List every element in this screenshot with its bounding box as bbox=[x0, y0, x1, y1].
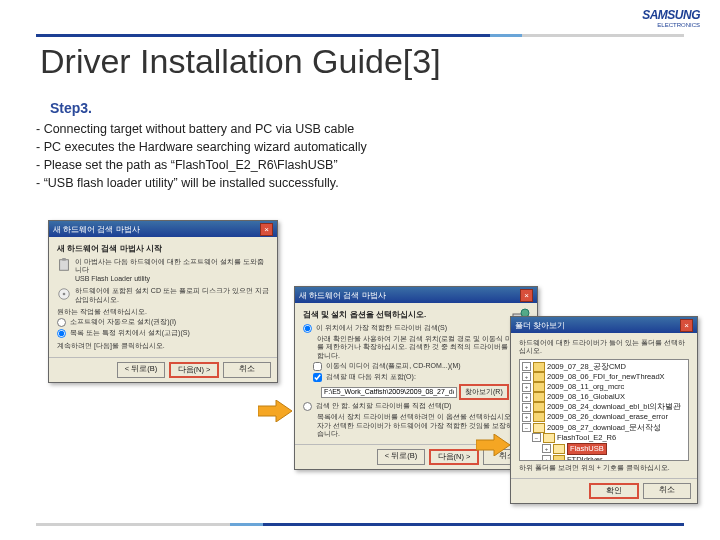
svg-rect-1 bbox=[62, 258, 66, 261]
page-title: Driver Installation Guide[3] bbox=[40, 42, 441, 81]
tree-item: −FlashTool_E2_R6 bbox=[532, 433, 686, 443]
svg-marker-7 bbox=[476, 434, 510, 456]
cancel-button[interactable]: 취소 bbox=[223, 362, 271, 378]
radio-list-location[interactable]: 목록 또는 특정 위치에서 설치(고급)(S) bbox=[57, 329, 269, 338]
prompt-text: 원하는 작업을 선택하십시오. bbox=[57, 308, 269, 316]
bullet-item: “USB flash loader utility” will be insta… bbox=[36, 174, 367, 192]
step-label: Step3. bbox=[50, 100, 92, 116]
bullet-item: Please set the path as “FlashTool_E2_R6\… bbox=[36, 156, 367, 174]
radio-search-best[interactable]: 이 위치에서 가장 적합한 드라이버 검색(S) bbox=[303, 324, 529, 333]
bullet-item: PC executes the Hardware searching wizar… bbox=[36, 138, 367, 156]
close-icon[interactable]: × bbox=[520, 289, 533, 302]
cancel-button[interactable]: 취소 bbox=[643, 483, 691, 499]
bullet-item: Connecting target without battery and PC… bbox=[36, 120, 367, 138]
check-include-location[interactable]: 검색할 때 다음 위치 포함(O): bbox=[313, 373, 529, 382]
samsung-logo: SAMSUNGELECTRONICS bbox=[642, 8, 700, 28]
ok-button[interactable]: 확인 bbox=[589, 483, 639, 499]
wizard-window-1: 새 하드웨어 검색 마법사 × 새 하드웨어 검색 마법사 시작 이 마법사는 … bbox=[48, 220, 278, 383]
titlebar[interactable]: 새 하드웨어 검색 마법사 × bbox=[295, 287, 537, 303]
tree-item: +2009_08_11_org_mcrc bbox=[522, 382, 686, 392]
tree-item: +2009_08_06_FDI_for_newThreadX bbox=[522, 372, 686, 382]
svg-rect-0 bbox=[60, 260, 69, 271]
back-button[interactable]: < 뒤로(B) bbox=[377, 449, 425, 465]
wizard-text: 이 마법사는 다음 하드웨어에 대한 소프트웨어 설치를 도와줍니다 bbox=[75, 258, 269, 275]
back-button[interactable]: < 뒤로(B) bbox=[117, 362, 165, 378]
tree-item: +2009_08_24_download_ebl_bl의차별관 bbox=[522, 402, 686, 412]
tree-item: +2009_08_26_download_erase_error bbox=[522, 412, 686, 422]
divider-bottom bbox=[36, 523, 684, 526]
tree-item: +FTDIdriver bbox=[542, 455, 686, 461]
instruction-list: Connecting target without battery and PC… bbox=[36, 120, 367, 193]
continue-text: 계속하려면 [다음]을 클릭하십시오. bbox=[57, 342, 269, 350]
dialog-prompt: 하드웨어에 대한 드라이버가 들어 있는 폴더를 선택하십시오. bbox=[519, 339, 689, 356]
titlebar[interactable]: 새 하드웨어 검색 마법사 × bbox=[49, 221, 277, 237]
option-desc: 아래 확인란을 사용하여 기본 검색 위치(로컬 경로 및 이동식 미디어)를 … bbox=[317, 335, 529, 360]
divider-top bbox=[36, 34, 684, 37]
window-title: 새 하드웨어 검색 마법사 bbox=[53, 224, 140, 235]
usb-device-icon bbox=[57, 258, 71, 272]
path-input[interactable] bbox=[321, 387, 457, 398]
cd-prompt-text: 하드웨어에 포함된 설치 CD 또는 플로피 디스크가 있으면 지금 삽입하십시… bbox=[75, 287, 269, 304]
radio-dont-search[interactable]: 검색 안 함. 설치할 드라이버를 직접 선택(D) bbox=[303, 402, 529, 411]
next-button[interactable]: 다음(N) > bbox=[429, 449, 479, 465]
check-removable-media[interactable]: 이동식 미디어 검색(플로피, CD-ROM...)(M) bbox=[313, 362, 529, 371]
tree-item: +2009_07_28_공장CMD bbox=[522, 362, 686, 372]
svg-marker-6 bbox=[258, 400, 292, 422]
next-button[interactable]: 다음(N) > bbox=[169, 362, 219, 378]
cd-icon bbox=[57, 287, 71, 301]
radio-auto-install[interactable]: 소프트웨어 자동으로 설치(권장)(I) bbox=[57, 318, 269, 327]
window-title: 폴더 찾아보기 bbox=[515, 320, 565, 331]
close-icon[interactable]: × bbox=[260, 223, 273, 236]
tree-item-selected: +FlashUSB bbox=[542, 443, 686, 455]
browse-folder-dialog: 폴더 찾아보기 × 하드웨어에 대한 드라이버가 들어 있는 폴더를 선택하십시… bbox=[510, 316, 698, 504]
arrow-icon bbox=[476, 434, 510, 456]
arrow-icon bbox=[258, 400, 292, 422]
hint-text: 하위 폴더를 보려면 위의 + 기호를 클릭하십시오. bbox=[519, 464, 689, 472]
browse-button[interactable]: 찾아보기(R) bbox=[459, 384, 509, 400]
wizard-heading: 새 하드웨어 검색 마법사 시작 bbox=[57, 243, 269, 254]
window-title: 새 하드웨어 검색 마법사 bbox=[299, 290, 386, 301]
tree-item: +2009_08_16_GlobalUX bbox=[522, 392, 686, 402]
tree-item: −2009_08_27_download_문서작성 bbox=[522, 423, 686, 433]
titlebar[interactable]: 폴더 찾아보기 × bbox=[511, 317, 697, 333]
svg-point-3 bbox=[63, 293, 66, 296]
folder-tree[interactable]: +2009_07_28_공장CMD +2009_08_06_FDI_for_ne… bbox=[519, 359, 689, 461]
close-icon[interactable]: × bbox=[680, 319, 693, 332]
device-name-text: USB Flash Loader utility bbox=[75, 275, 269, 283]
wizard-heading: 검색 및 설치 옵션을 선택하십시오. bbox=[303, 309, 529, 320]
